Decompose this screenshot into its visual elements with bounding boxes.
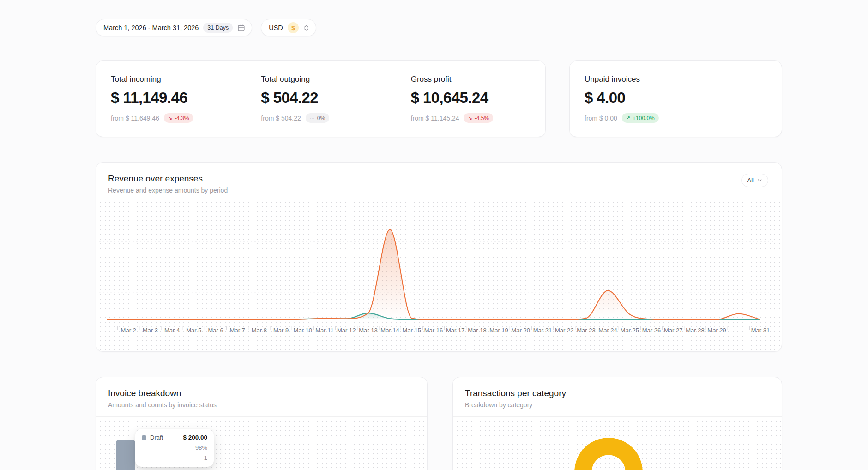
unpaid-invoices-card: Unpaid invoices $ 4.00 from $ 0.00 ↗ +10…: [569, 60, 782, 137]
section-subtitle: Amounts and counts by invoice status: [108, 401, 415, 409]
stat-gross-profit: Gross profit $ 10,645.24 from $ 11,145.2…: [396, 61, 545, 137]
tooltip-percent: 98%: [142, 444, 207, 451]
x-axis-label: Mar 24: [598, 327, 617, 334]
donut-chart[interactable]: [574, 438, 643, 470]
revenue-area: [107, 229, 760, 320]
section-subtitle: Breakdown by category: [465, 401, 770, 409]
chevron-up-down-icon: [303, 24, 309, 31]
x-axis-label: Mar 13: [359, 327, 377, 334]
x-axis-label: Mar 15: [403, 327, 421, 334]
tooltip-amount: $ 200.00: [183, 434, 207, 441]
x-axis-label: Mar 26: [642, 327, 661, 334]
invoice-breakdown-card: Invoice breakdown Amounts and counts by …: [96, 377, 428, 470]
revenue-over-expenses-card: Revenue over expenses Revenue and expens…: [96, 162, 782, 352]
x-axis-label: Mar 2: [121, 327, 136, 334]
chart-tooltip: Draft $ 200.00 98% 1: [135, 429, 214, 467]
x-axis-label: Mar 17: [446, 327, 464, 334]
stat-from: from $ 0.00: [585, 114, 617, 122]
date-range-text: March 1, 2026 - March 31, 2026: [103, 24, 199, 31]
topbar: March 1, 2026 - March 31, 2026 31 Days U…: [96, 19, 782, 36]
stat-total-incoming: Total incoming $ 11,149.46 from $ 11,649…: [96, 61, 246, 137]
x-axis-label: Mar 12: [337, 327, 356, 334]
tooltip-swatch: [142, 435, 146, 440]
chevron-down-icon: [757, 178, 762, 183]
section-title: Invoice breakdown: [108, 388, 415, 398]
date-range-picker[interactable]: March 1, 2026 - March 31, 2026 31 Days: [96, 19, 252, 36]
trending-flat-icon: ⋯: [310, 115, 315, 121]
revenue-line: [107, 229, 760, 320]
x-axis-label: Mar 31: [751, 327, 770, 334]
stat-from: from $ 504.22: [261, 114, 301, 122]
x-axis-label: Mar 10: [294, 327, 312, 334]
expenses-line: [107, 313, 760, 320]
x-axis-label: Mar 19: [489, 327, 508, 334]
trending-up-icon: ↗: [626, 115, 630, 121]
x-axis-label: Mar 6: [208, 327, 223, 334]
stat-title: Gross profit: [411, 75, 530, 84]
expenses-area: [107, 313, 760, 320]
trending-down-icon: ↘: [468, 115, 472, 121]
x-axis-label: Mar 18: [468, 327, 486, 334]
x-axis-label: Mar 20: [512, 327, 530, 334]
x-axis-label: Mar 28: [686, 327, 704, 334]
tooltip-count: 1: [142, 454, 207, 461]
stat-value: $ 11,149.46: [111, 89, 231, 107]
stats-row: Total incoming $ 11,149.46 from $ 11,649…: [96, 60, 782, 137]
bottom-row: Invoice breakdown Amounts and counts by …: [96, 377, 782, 470]
x-axis-label: Mar 8: [252, 327, 267, 334]
trend-badge: ↘ -4.3%: [164, 113, 193, 123]
x-axis-label: Mar 16: [424, 327, 443, 334]
trend-badge: ↗ +100.0%: [622, 113, 659, 123]
stat-total-outgoing: Total outgoing $ 504.22 from $ 504.22 ⋯ …: [246, 61, 395, 137]
trending-down-icon: ↘: [168, 115, 172, 121]
stats-group-card: Total incoming $ 11,149.46 from $ 11,649…: [96, 60, 546, 137]
section-subtitle: Revenue and expense amounts by period: [108, 187, 770, 194]
days-count-badge: 31 Days: [203, 23, 233, 33]
x-axis-label: Mar 4: [164, 327, 180, 334]
x-axis-label: Mar 27: [664, 327, 682, 334]
x-axis-label: Mar 9: [273, 327, 289, 334]
stat-value: $ 4.00: [585, 89, 705, 107]
x-axis-label: Mar 29: [707, 327, 726, 334]
calendar-icon: [237, 24, 245, 32]
currency-selector[interactable]: USD $: [261, 19, 316, 36]
series-filter-dropdown[interactable]: All: [741, 174, 768, 187]
x-axis-label: Mar 7: [230, 327, 245, 334]
stat-from: from $ 11,649.46: [111, 114, 159, 122]
section-title: Transactions per category: [465, 388, 770, 398]
transactions-per-category-card: Transactions per category Breakdown by c…: [452, 377, 782, 470]
x-axis-label: Mar 22: [555, 327, 573, 334]
trend-badge: ⋯ 0%: [306, 113, 329, 123]
x-axis-label: Mar 3: [143, 327, 158, 334]
x-axis-label: Mar 25: [621, 327, 639, 334]
tooltip-label: Draft: [150, 434, 163, 441]
invoice-breakdown-chart[interactable]: Draft $ 200.00 98% 1: [96, 417, 427, 470]
stat-title: Total outgoing: [261, 75, 380, 84]
stat-value: $ 10,645.24: [411, 89, 530, 107]
bar-draft[interactable]: [116, 440, 135, 470]
x-axis-label: Mar 14: [380, 327, 399, 334]
x-axis-label: Mar 23: [577, 327, 595, 334]
revenue-expenses-chart[interactable]: Mar 2Mar 3Mar 4Mar 5Mar 6Mar 7Mar 8Mar 9…: [96, 202, 782, 351]
x-axis-label: Mar 21: [533, 327, 552, 334]
section-title: Revenue over expenses: [108, 174, 770, 184]
currency-symbol-badge: $: [288, 22, 299, 33]
stat-value: $ 504.22: [261, 89, 380, 107]
trend-badge: ↘ -4.5%: [464, 113, 493, 123]
dashboard-page: March 1, 2026 - March 31, 2026 31 Days U…: [96, 0, 782, 470]
x-axis-label: Mar 5: [186, 327, 201, 334]
stat-title: Unpaid invoices: [585, 75, 705, 84]
category-donut-chart[interactable]: [453, 417, 782, 470]
currency-code: USD: [269, 24, 283, 31]
x-axis-label: Mar 11: [315, 327, 334, 334]
stat-unpaid-invoices: Unpaid invoices $ 4.00 from $ 0.00 ↗ +10…: [570, 61, 720, 137]
stat-from: from $ 11,145.24: [411, 114, 459, 122]
stat-title: Total incoming: [111, 75, 231, 84]
